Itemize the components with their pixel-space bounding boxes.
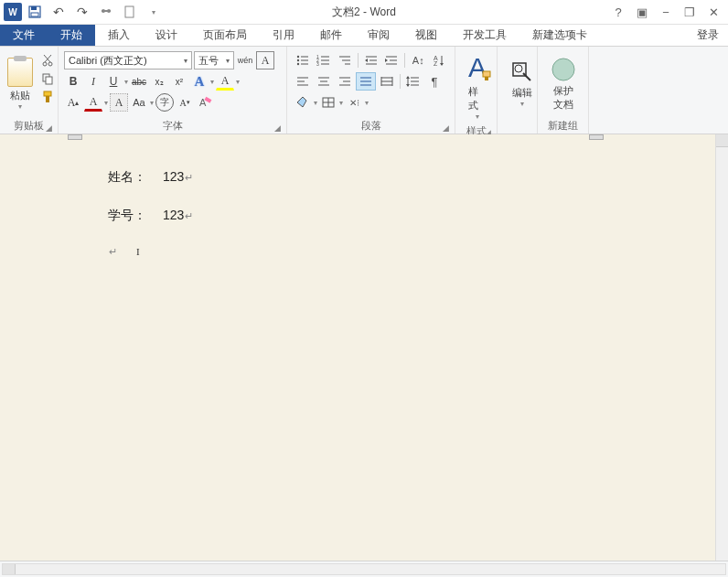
bold-button[interactable]: B (64, 72, 82, 91)
text-effects-button[interactable]: A (190, 72, 209, 91)
format-painter-button[interactable] (38, 89, 57, 105)
tab-mailings[interactable]: 邮件 (307, 25, 355, 46)
tab-view[interactable]: 视图 (402, 25, 450, 46)
grow-font-button[interactable]: A▴ (64, 93, 82, 112)
shrink-font-button[interactable]: A▾ (176, 93, 194, 112)
styles-icon[interactable]: A (468, 52, 487, 83)
clear-formatting-button[interactable]: A (196, 93, 214, 112)
copy-button[interactable] (38, 70, 57, 87)
horizontal-scrollbar[interactable] (2, 563, 726, 575)
shading-dropdown[interactable]: ▾ (314, 99, 317, 107)
sign-in-link[interactable]: 登录 (688, 25, 728, 46)
close-button[interactable]: ✕ (702, 2, 724, 22)
font-color-button[interactable]: A (84, 93, 102, 112)
sort-button[interactable]: AZ (429, 51, 449, 69)
show-marks-button[interactable]: ¶ (424, 72, 444, 91)
qat-customize-dropdown[interactable]: ▾ (143, 1, 165, 23)
numbering-button[interactable]: 123 (314, 51, 334, 69)
doc-line-2[interactable]: 学号： 123 ↵ (108, 208, 605, 224)
multilevel-list-button[interactable] (335, 51, 355, 69)
font-color-dropdown[interactable]: ▾ (104, 99, 108, 107)
ruler-indent-left[interactable] (68, 134, 82, 140)
save-button[interactable] (24, 1, 46, 23)
paste-dropdown[interactable]: ▾ (18, 102, 22, 111)
paste-icon[interactable] (7, 58, 33, 87)
ruler-indent-right[interactable] (589, 134, 604, 140)
svg-rect-13 (44, 91, 51, 96)
bullets-button[interactable] (293, 51, 313, 69)
tab-design[interactable]: 设计 (143, 25, 190, 46)
protect-label-1[interactable]: 保护 (553, 84, 573, 98)
styles-label[interactable]: 样式 (468, 85, 487, 112)
char-border-button[interactable]: A (256, 51, 274, 69)
font-name-combo[interactable]: Calibri (西文正文)▾ (64, 51, 192, 69)
paste-label[interactable]: 粘贴 (10, 89, 30, 102)
document-page[interactable]: 姓名： 123 ↵ 学号： 123 ↵ ↵ I (0, 142, 713, 553)
font-size-combo[interactable]: 五号▾ (194, 51, 234, 69)
text-effects-dropdown[interactable]: ▾ (210, 78, 214, 86)
text-cursor-icon: I (136, 246, 140, 257)
tab-insert[interactable]: 插入 (95, 25, 143, 46)
align-center-button[interactable] (314, 72, 334, 91)
superscript-button[interactable]: x² (170, 72, 188, 91)
tab-references[interactable]: 引用 (260, 25, 307, 46)
tab-home[interactable]: 开始 (48, 25, 95, 46)
vertical-scrollbar[interactable] (715, 134, 728, 561)
restore-button[interactable]: ❐ (679, 2, 701, 22)
tab-page-layout[interactable]: 页面布局 (190, 25, 260, 46)
change-case-dropdown[interactable]: ▾ (150, 99, 154, 107)
doc-line-3[interactable]: ↵ I (108, 246, 605, 258)
increase-indent-button[interactable] (381, 51, 401, 69)
tab-file[interactable]: 文件 (0, 25, 48, 46)
cut-button[interactable] (38, 52, 57, 69)
align-justify-button[interactable] (356, 72, 376, 91)
paragraph-launcher[interactable]: ◢ (443, 123, 449, 133)
phonetic-guide-button[interactable]: wén (236, 51, 254, 69)
char-scaling-button[interactable]: ✕⁝ (344, 93, 364, 112)
svg-rect-2 (31, 13, 38, 16)
protect-label-2[interactable]: 文档 (553, 98, 573, 112)
tab-review[interactable]: 审阅 (355, 25, 402, 46)
underline-button[interactable]: U (104, 72, 123, 91)
font-launcher[interactable]: ◢ (274, 123, 281, 133)
tab-developer[interactable]: 开发工具 (450, 25, 519, 46)
doc-line-1[interactable]: 姓名： 123 ↵ (108, 169, 605, 186)
char-scaling-dropdown[interactable]: ▾ (365, 99, 369, 107)
italic-button[interactable]: I (84, 72, 102, 91)
underline-dropdown[interactable]: ▾ (124, 78, 128, 86)
char-shading-button[interactable]: A (110, 93, 128, 112)
decrease-indent-button[interactable] (361, 51, 381, 69)
change-case-button[interactable]: Aa (130, 93, 148, 112)
enclose-char-button[interactable]: 字 (155, 93, 174, 112)
tab-custom[interactable]: 新建选项卡 (519, 25, 600, 46)
redo-button[interactable]: ↷ (71, 1, 93, 23)
borders-dropdown[interactable]: ▾ (339, 99, 343, 107)
editing-label[interactable]: 编辑 (512, 86, 532, 100)
document-area[interactable]: 姓名： 123 ↵ 学号： 123 ↵ ↵ I (0, 134, 728, 561)
highlight-button[interactable]: A (216, 72, 234, 91)
highlight-dropdown[interactable]: ▾ (236, 78, 240, 86)
distribute-button[interactable] (377, 72, 397, 91)
line-spacing-button[interactable] (403, 72, 423, 91)
clipboard-launcher[interactable]: ◢ (46, 123, 52, 133)
shading-button[interactable] (293, 93, 313, 112)
new-doc-button[interactable] (119, 1, 141, 23)
subscript-button[interactable]: x₂ (150, 72, 168, 91)
undo-button[interactable]: ↶ (48, 1, 70, 23)
find-icon[interactable] (510, 60, 534, 84)
minimize-button[interactable]: − (655, 2, 677, 22)
borders-button[interactable] (318, 93, 338, 112)
align-right-button[interactable] (335, 72, 355, 91)
svg-point-74 (515, 65, 522, 72)
styles-dropdown[interactable]: ▾ (476, 112, 479, 121)
ribbon-display-options-button[interactable]: ▣ (631, 2, 653, 22)
touch-mode-button[interactable] (95, 1, 117, 23)
svg-point-4 (102, 9, 105, 13)
protect-icon[interactable] (551, 57, 576, 82)
align-left-button[interactable] (293, 72, 313, 91)
help-button[interactable]: ? (607, 2, 629, 22)
editing-dropdown[interactable]: ▾ (520, 100, 524, 108)
text-direction-button[interactable]: A↕ (408, 51, 428, 69)
strikethrough-button[interactable]: abc (130, 72, 148, 91)
group-label-clipboard: 剪贴板 ◢ (4, 119, 54, 134)
